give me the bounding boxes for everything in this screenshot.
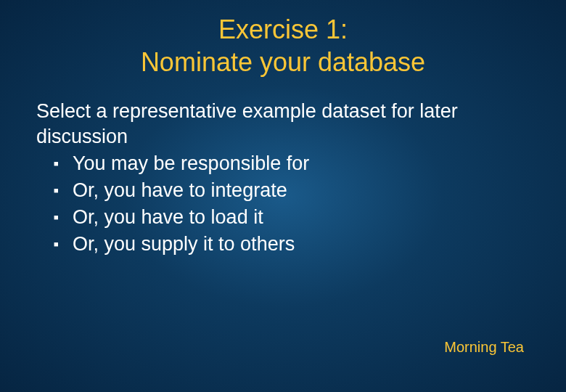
bullet-text: Or, you supply it to others (73, 233, 295, 255)
slide-container: Exercise 1: Nominate your database Selec… (0, 0, 566, 392)
title-line-2: Nominate your database (141, 47, 425, 77)
intro-text: Select a representative example dataset … (36, 99, 530, 150)
bullet-text: You may be responsible for (73, 152, 309, 174)
bullet-text: Or, you have to integrate (73, 179, 287, 201)
list-item: Or, you supply it to others (54, 232, 530, 257)
footer-note: Morning Tea (444, 339, 524, 356)
list-item: Or, you have to integrate (54, 178, 530, 203)
slide-title: Exercise 1: Nominate your database (36, 13, 530, 78)
slide-body: Select a representative example dataset … (36, 99, 530, 258)
bullet-text: Or, you have to load it (73, 206, 263, 228)
list-item: Or, you have to load it (54, 205, 530, 230)
list-item: You may be responsible for (54, 151, 530, 176)
title-line-1: Exercise 1: (218, 15, 348, 44)
bullet-list: You may be responsible for Or, you have … (36, 151, 530, 257)
